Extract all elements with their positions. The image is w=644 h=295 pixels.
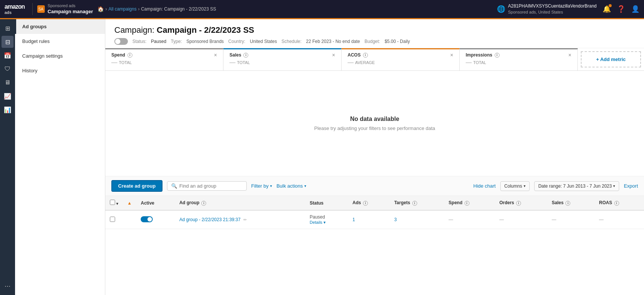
orders-header-info-icon[interactable]: i: [516, 201, 521, 206]
breadcrumb-all-campaigns[interactable]: All campaigns: [108, 6, 137, 12]
nav-icon-dots[interactable]: ⋯: [2, 280, 14, 292]
sales-total: — TOTAL: [229, 59, 335, 66]
filter-by-button[interactable]: Filter by ▾: [251, 183, 272, 189]
chart-area: No data available Please try adjusting y…: [105, 71, 644, 176]
metric-acos: ACOS i × — AVERAGE: [342, 48, 460, 70]
spend-total: — TOTAL: [111, 59, 217, 66]
th-checkbox: ▾: [105, 196, 123, 210]
sidebar-item-campaign-settings[interactable]: Campaign settings: [15, 49, 105, 63]
metric-spend: Spend i × — TOTAL: [105, 48, 223, 70]
spend-info-icon[interactable]: i: [128, 53, 132, 58]
ad-group-link[interactable]: Ad group - 2/22/2023 21:39:37: [179, 217, 241, 222]
edit-ad-group-icon[interactable]: ✏: [243, 217, 247, 222]
search-icon: 🔍: [171, 183, 177, 189]
roas-header-info-icon[interactable]: i: [614, 201, 619, 206]
nav-right: 🌐 A281PHAIMVXSYSCuentazillaVendorBrand S…: [497, 3, 639, 15]
nav-icon-chart[interactable]: 📊: [2, 104, 14, 116]
row-ads-value[interactable]: 1: [352, 217, 355, 222]
table-body: Ad group - 2/22/2023 21:39:37 ✏ Paused D…: [105, 210, 644, 229]
sales-info-icon[interactable]: i: [243, 53, 248, 58]
th-targets: Targets i: [390, 196, 444, 210]
metric-acos-title: ACOS i: [348, 52, 368, 58]
campaign-title: Campaign: Campaign - 2/22/2023 SS: [114, 25, 635, 35]
th-sales: Sales i: [547, 196, 595, 210]
table-header: ▾ ▲ Active Ad group i Status: [105, 196, 644, 210]
nav-icon-calendar[interactable]: 📅: [2, 49, 14, 61]
search-box[interactable]: 🔍: [167, 181, 247, 191]
sidebar-item-budget-rules[interactable]: Budget rules: [15, 34, 105, 49]
nav-icon-apps[interactable]: ⊟: [2, 36, 14, 48]
row-checkbox-cell: [105, 210, 123, 229]
create-ad-group-button[interactable]: Create ad group: [111, 180, 163, 192]
account-info[interactable]: 🌐 A281PHAIMVXSYSCuentazillaVendorBrand S…: [497, 3, 597, 15]
targets-header-info-icon[interactable]: i: [412, 201, 417, 206]
row-orders-value: —: [499, 217, 504, 222]
campaign-toggle[interactable]: [114, 38, 128, 45]
country-label: Country:: [228, 39, 245, 44]
campaign-meta: Status: Paused Type: Sponsored Brands Co…: [114, 38, 635, 45]
row-sales-value: —: [552, 217, 556, 222]
campaign-name: Campaign - 2/22/2023 SS: [157, 25, 254, 35]
breadcrumb-sep2: ›: [138, 6, 140, 12]
row-active-toggle[interactable]: [141, 216, 153, 222]
filter-chevron-icon: ▾: [270, 184, 272, 188]
row-targets-value[interactable]: 3: [394, 217, 397, 222]
export-button[interactable]: Export: [624, 183, 638, 189]
budget-label: Budget:: [365, 39, 380, 44]
spend-header-info-icon[interactable]: i: [465, 201, 469, 206]
type-label: Type:: [171, 39, 182, 44]
ads-header-info-icon[interactable]: i: [363, 201, 368, 206]
main-layout: ⊞ ⊟ 📅 🛡 🖥 📈 📊 ⋯ Ad groups Budget rules C…: [0, 19, 644, 295]
nav-icon-monitor[interactable]: 🖥: [2, 76, 14, 89]
amazon-logo: amazon ads: [5, 3, 25, 15]
spend-close-button[interactable]: ×: [214, 52, 217, 58]
help-button[interactable]: ❓: [617, 5, 625, 13]
row-spend-cell: —: [444, 210, 495, 229]
row-sales-cell: —: [547, 210, 595, 229]
th-warning: ▲: [123, 196, 136, 210]
user-button[interactable]: 👤: [631, 5, 639, 13]
sidebar-item-ad-groups[interactable]: Ad groups: [15, 19, 105, 34]
impressions-total: — TOTAL: [466, 59, 571, 66]
sales-header-info-icon[interactable]: i: [565, 201, 570, 206]
add-metric-button[interactable]: + Add metric: [581, 51, 641, 67]
nav-icon-trending[interactable]: 📈: [2, 90, 14, 102]
th-status: Status: [305, 196, 348, 210]
ad-group-header-info-icon[interactable]: i: [201, 201, 206, 206]
impressions-info-icon[interactable]: i: [495, 53, 500, 58]
sidebar-item-history[interactable]: History: [15, 63, 105, 78]
type-value: Sponsored Brands: [186, 39, 223, 44]
account-sub: Sponsored ads, United States: [508, 9, 597, 15]
dropdown-arrow-icon[interactable]: ▾: [116, 202, 118, 206]
notifications-button[interactable]: 🔔: [603, 5, 611, 13]
metric-spend-title: Spend i: [111, 52, 132, 58]
home-icon[interactable]: 🏠: [97, 6, 104, 12]
row-active-cell: [136, 210, 175, 229]
acos-info-icon[interactable]: i: [363, 53, 368, 58]
acos-close-button[interactable]: ×: [450, 52, 453, 58]
acos-total: — AVERAGE: [348, 59, 453, 66]
date-range-button[interactable]: Date range: 7 Jun 2013 - 7 Jun 2023 ▾: [534, 181, 619, 191]
notification-dot: [609, 4, 612, 7]
nav-icon-shield[interactable]: 🛡: [2, 63, 14, 75]
impressions-close-button[interactable]: ×: [568, 52, 571, 58]
find-ad-group-input[interactable]: [179, 183, 243, 189]
warning-header-icon: ▲: [127, 200, 132, 206]
metric-impressions: Impressions i × — TOTAL: [460, 48, 578, 70]
account-text: A281PHAIMVXSYSCuentazillaVendorBrand Spo…: [508, 3, 597, 15]
row-details-link[interactable]: Details ▾: [310, 220, 326, 225]
th-ads: Ads i: [348, 196, 390, 210]
campaign-manager-label: Campaign manager: [48, 9, 93, 15]
metric-sales: Sales i × — TOTAL: [223, 48, 342, 70]
th-orders: Orders i: [495, 196, 547, 210]
nav-icon-grid[interactable]: ⊞: [2, 22, 14, 34]
country-value: United States: [250, 39, 277, 44]
select-all-checkbox[interactable]: [110, 200, 115, 205]
bulk-actions-button[interactable]: Bulk actions ▾: [276, 183, 306, 189]
row-ads-cell: 1: [348, 210, 390, 229]
columns-chevron-icon: ▾: [524, 184, 526, 188]
columns-button[interactable]: Columns ▾: [500, 181, 530, 191]
sales-close-button[interactable]: ×: [332, 52, 335, 58]
row-checkbox[interactable]: [110, 217, 115, 222]
hide-chart-button[interactable]: Hide chart: [473, 183, 495, 189]
